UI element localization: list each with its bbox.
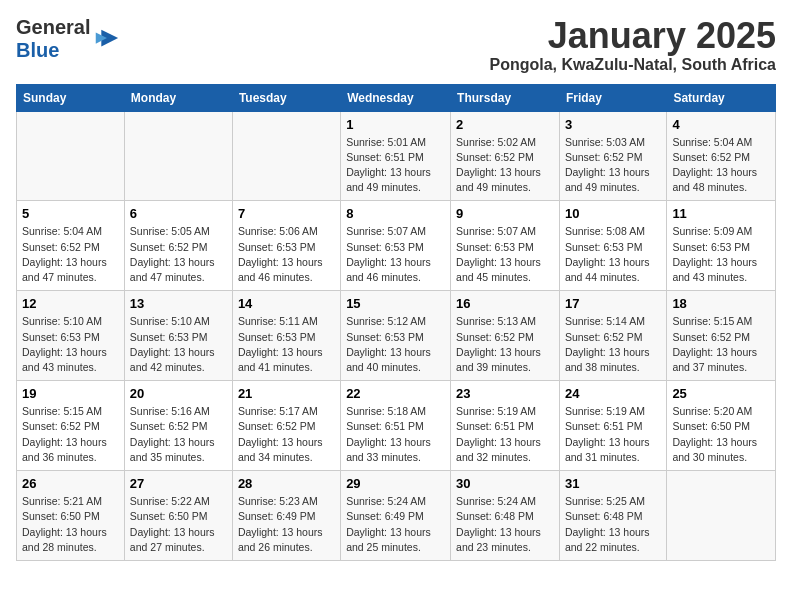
day-info: Sunrise: 5:24 AMSunset: 6:49 PMDaylight:… (346, 494, 445, 555)
day-number: 20 (130, 386, 227, 401)
calendar-cell: 30Sunrise: 5:24 AMSunset: 6:48 PMDayligh… (451, 471, 560, 561)
weekday-header-sunday: Sunday (17, 84, 125, 111)
day-number: 10 (565, 206, 661, 221)
day-number: 2 (456, 117, 554, 132)
day-number: 26 (22, 476, 119, 491)
day-info: Sunrise: 5:07 AMSunset: 6:53 PMDaylight:… (456, 224, 554, 285)
day-number: 8 (346, 206, 445, 221)
calendar-cell: 28Sunrise: 5:23 AMSunset: 6:49 PMDayligh… (232, 471, 340, 561)
calendar-cell: 15Sunrise: 5:12 AMSunset: 6:53 PMDayligh… (341, 291, 451, 381)
day-number: 19 (22, 386, 119, 401)
calendar-cell: 29Sunrise: 5:24 AMSunset: 6:49 PMDayligh… (341, 471, 451, 561)
calendar-cell: 5Sunrise: 5:04 AMSunset: 6:52 PMDaylight… (17, 201, 125, 291)
day-number: 24 (565, 386, 661, 401)
calendar-cell (17, 111, 125, 201)
day-number: 3 (565, 117, 661, 132)
day-info: Sunrise: 5:02 AMSunset: 6:52 PMDaylight:… (456, 135, 554, 196)
day-info: Sunrise: 5:07 AMSunset: 6:53 PMDaylight:… (346, 224, 445, 285)
weekday-header-tuesday: Tuesday (232, 84, 340, 111)
calendar-week-1: 1Sunrise: 5:01 AMSunset: 6:51 PMDaylight… (17, 111, 776, 201)
calendar-week-4: 19Sunrise: 5:15 AMSunset: 6:52 PMDayligh… (17, 381, 776, 471)
calendar-cell: 20Sunrise: 5:16 AMSunset: 6:52 PMDayligh… (124, 381, 232, 471)
day-number: 25 (672, 386, 770, 401)
day-number: 1 (346, 117, 445, 132)
day-info: Sunrise: 5:18 AMSunset: 6:51 PMDaylight:… (346, 404, 445, 465)
day-info: Sunrise: 5:14 AMSunset: 6:52 PMDaylight:… (565, 314, 661, 375)
day-info: Sunrise: 5:19 AMSunset: 6:51 PMDaylight:… (565, 404, 661, 465)
calendar-cell: 13Sunrise: 5:10 AMSunset: 6:53 PMDayligh… (124, 291, 232, 381)
day-info: Sunrise: 5:19 AMSunset: 6:51 PMDaylight:… (456, 404, 554, 465)
day-number: 28 (238, 476, 335, 491)
calendar-cell (124, 111, 232, 201)
calendar-cell: 19Sunrise: 5:15 AMSunset: 6:52 PMDayligh… (17, 381, 125, 471)
day-info: Sunrise: 5:20 AMSunset: 6:50 PMDaylight:… (672, 404, 770, 465)
day-number: 17 (565, 296, 661, 311)
weekday-header-saturday: Saturday (667, 84, 776, 111)
day-number: 13 (130, 296, 227, 311)
logo-text: General Blue (16, 16, 90, 62)
day-number: 31 (565, 476, 661, 491)
day-number: 6 (130, 206, 227, 221)
calendar-cell: 2Sunrise: 5:02 AMSunset: 6:52 PMDaylight… (451, 111, 560, 201)
calendar-cell: 8Sunrise: 5:07 AMSunset: 6:53 PMDaylight… (341, 201, 451, 291)
calendar-cell: 24Sunrise: 5:19 AMSunset: 6:51 PMDayligh… (559, 381, 666, 471)
logo-icon (92, 25, 120, 53)
day-number: 4 (672, 117, 770, 132)
calendar-cell: 4Sunrise: 5:04 AMSunset: 6:52 PMDaylight… (667, 111, 776, 201)
day-info: Sunrise: 5:04 AMSunset: 6:52 PMDaylight:… (672, 135, 770, 196)
day-info: Sunrise: 5:10 AMSunset: 6:53 PMDaylight:… (22, 314, 119, 375)
month-title: January 2025 (489, 16, 776, 56)
day-info: Sunrise: 5:10 AMSunset: 6:53 PMDaylight:… (130, 314, 227, 375)
logo: General Blue (16, 16, 120, 62)
calendar-week-2: 5Sunrise: 5:04 AMSunset: 6:52 PMDaylight… (17, 201, 776, 291)
day-info: Sunrise: 5:13 AMSunset: 6:52 PMDaylight:… (456, 314, 554, 375)
day-number: 14 (238, 296, 335, 311)
day-info: Sunrise: 5:23 AMSunset: 6:49 PMDaylight:… (238, 494, 335, 555)
day-number: 18 (672, 296, 770, 311)
calendar-cell: 26Sunrise: 5:21 AMSunset: 6:50 PMDayligh… (17, 471, 125, 561)
calendar-cell (667, 471, 776, 561)
weekday-header-row: SundayMondayTuesdayWednesdayThursdayFrid… (17, 84, 776, 111)
day-number: 30 (456, 476, 554, 491)
day-info: Sunrise: 5:05 AMSunset: 6:52 PMDaylight:… (130, 224, 227, 285)
day-number: 16 (456, 296, 554, 311)
location-title: Pongola, KwaZulu-Natal, South Africa (489, 56, 776, 74)
calendar-cell: 23Sunrise: 5:19 AMSunset: 6:51 PMDayligh… (451, 381, 560, 471)
calendar-cell: 27Sunrise: 5:22 AMSunset: 6:50 PMDayligh… (124, 471, 232, 561)
day-info: Sunrise: 5:25 AMSunset: 6:48 PMDaylight:… (565, 494, 661, 555)
calendar-cell: 11Sunrise: 5:09 AMSunset: 6:53 PMDayligh… (667, 201, 776, 291)
day-info: Sunrise: 5:16 AMSunset: 6:52 PMDaylight:… (130, 404, 227, 465)
weekday-header-thursday: Thursday (451, 84, 560, 111)
day-number: 29 (346, 476, 445, 491)
calendar-cell: 22Sunrise: 5:18 AMSunset: 6:51 PMDayligh… (341, 381, 451, 471)
weekday-header-monday: Monday (124, 84, 232, 111)
calendar-cell: 31Sunrise: 5:25 AMSunset: 6:48 PMDayligh… (559, 471, 666, 561)
day-info: Sunrise: 5:21 AMSunset: 6:50 PMDaylight:… (22, 494, 119, 555)
calendar-cell: 12Sunrise: 5:10 AMSunset: 6:53 PMDayligh… (17, 291, 125, 381)
day-info: Sunrise: 5:11 AMSunset: 6:53 PMDaylight:… (238, 314, 335, 375)
calendar-body: 1Sunrise: 5:01 AMSunset: 6:51 PMDaylight… (17, 111, 776, 560)
day-info: Sunrise: 5:17 AMSunset: 6:52 PMDaylight:… (238, 404, 335, 465)
calendar-week-5: 26Sunrise: 5:21 AMSunset: 6:50 PMDayligh… (17, 471, 776, 561)
logo-blue: Blue (16, 39, 59, 61)
day-info: Sunrise: 5:01 AMSunset: 6:51 PMDaylight:… (346, 135, 445, 196)
calendar-week-3: 12Sunrise: 5:10 AMSunset: 6:53 PMDayligh… (17, 291, 776, 381)
calendar-cell: 16Sunrise: 5:13 AMSunset: 6:52 PMDayligh… (451, 291, 560, 381)
calendar-cell: 18Sunrise: 5:15 AMSunset: 6:52 PMDayligh… (667, 291, 776, 381)
day-info: Sunrise: 5:24 AMSunset: 6:48 PMDaylight:… (456, 494, 554, 555)
calendar-cell: 14Sunrise: 5:11 AMSunset: 6:53 PMDayligh… (232, 291, 340, 381)
calendar-cell: 3Sunrise: 5:03 AMSunset: 6:52 PMDaylight… (559, 111, 666, 201)
day-info: Sunrise: 5:08 AMSunset: 6:53 PMDaylight:… (565, 224, 661, 285)
day-info: Sunrise: 5:09 AMSunset: 6:53 PMDaylight:… (672, 224, 770, 285)
day-info: Sunrise: 5:12 AMSunset: 6:53 PMDaylight:… (346, 314, 445, 375)
day-info: Sunrise: 5:22 AMSunset: 6:50 PMDaylight:… (130, 494, 227, 555)
day-number: 23 (456, 386, 554, 401)
day-number: 22 (346, 386, 445, 401)
calendar-cell: 6Sunrise: 5:05 AMSunset: 6:52 PMDaylight… (124, 201, 232, 291)
calendar-cell: 25Sunrise: 5:20 AMSunset: 6:50 PMDayligh… (667, 381, 776, 471)
day-info: Sunrise: 5:15 AMSunset: 6:52 PMDaylight:… (22, 404, 119, 465)
day-info: Sunrise: 5:15 AMSunset: 6:52 PMDaylight:… (672, 314, 770, 375)
page-header: General Blue January 2025 Pongola, KwaZu… (16, 16, 776, 74)
calendar-cell: 1Sunrise: 5:01 AMSunset: 6:51 PMDaylight… (341, 111, 451, 201)
title-block: January 2025 Pongola, KwaZulu-Natal, Sou… (489, 16, 776, 74)
